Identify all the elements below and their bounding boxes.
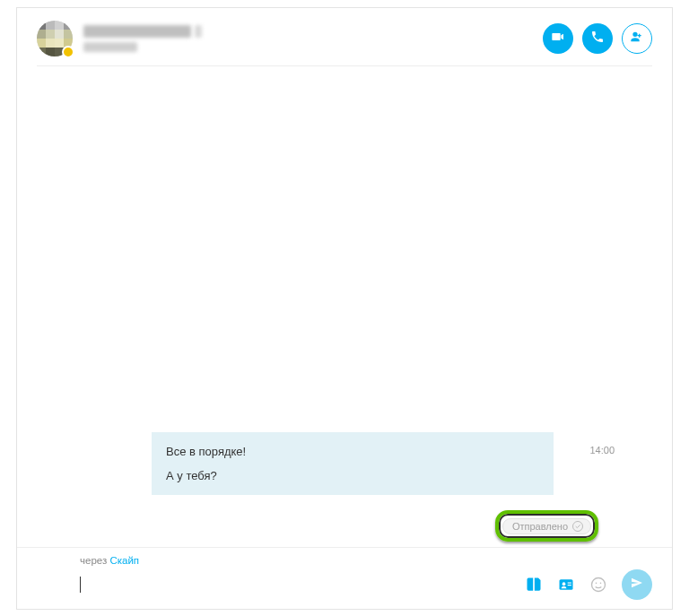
input-row: [80, 569, 652, 600]
delivery-status-label: Отправлено: [512, 521, 568, 532]
contact-name-extra: [195, 25, 202, 38]
contact-status-text: ████████: [83, 42, 137, 52]
video-icon: [551, 30, 565, 48]
emoji-button[interactable]: [589, 576, 607, 594]
message-bubble[interactable]: Все в порядке! А у тебя?: [152, 432, 554, 495]
chat-window: █████ ████████ ████████: [16, 7, 673, 610]
video-call-button[interactable]: [543, 23, 573, 54]
add-user-icon: [630, 30, 644, 48]
presence-away-icon: [62, 46, 74, 58]
delivery-status-pill[interactable]: Отправлено: [502, 518, 591, 534]
audio-call-button[interactable]: [582, 23, 613, 54]
svg-point-5: [596, 583, 597, 585]
input-actions: [525, 569, 652, 600]
checkmark-icon: [572, 521, 583, 532]
add-people-button[interactable]: [622, 23, 652, 54]
svg-point-1: [563, 582, 566, 586]
send-button[interactable]: [622, 569, 652, 600]
chat-header: █████ ████████ ████████: [17, 8, 672, 65]
message-timestamp: 14:00: [554, 432, 615, 455]
message-line-2: А у тебя?: [166, 469, 539, 482]
via-link[interactable]: Скайп: [109, 555, 139, 566]
header-actions: [543, 23, 652, 54]
conversation-area: Все в порядке! А у тебя? 14:00 Отправлен…: [17, 66, 672, 547]
svg-point-4: [592, 578, 606, 592]
via-line: через Скайп: [80, 555, 652, 566]
contact-info[interactable]: █████ ████████ ████████: [83, 25, 543, 52]
via-prefix: через: [80, 555, 109, 566]
contact-avatar[interactable]: [37, 21, 73, 56]
svg-point-6: [600, 583, 602, 585]
outgoing-message: Все в порядке! А у тебя? 14:00: [37, 432, 652, 495]
message-input-area: через Скайп: [17, 547, 672, 609]
attach-file-button[interactable]: [525, 576, 543, 594]
phone-icon: [590, 30, 605, 48]
svg-rect-2: [568, 583, 571, 584]
svg-rect-3: [568, 585, 571, 586]
send-icon: [630, 576, 644, 594]
send-contact-button[interactable]: [557, 576, 575, 594]
delivery-status: Отправлено: [502, 517, 591, 534]
contact-name: █████ ████████: [83, 25, 191, 38]
message-line-1: Все в порядке!: [166, 445, 539, 458]
message-input[interactable]: [83, 572, 516, 597]
text-caret: [80, 577, 81, 593]
